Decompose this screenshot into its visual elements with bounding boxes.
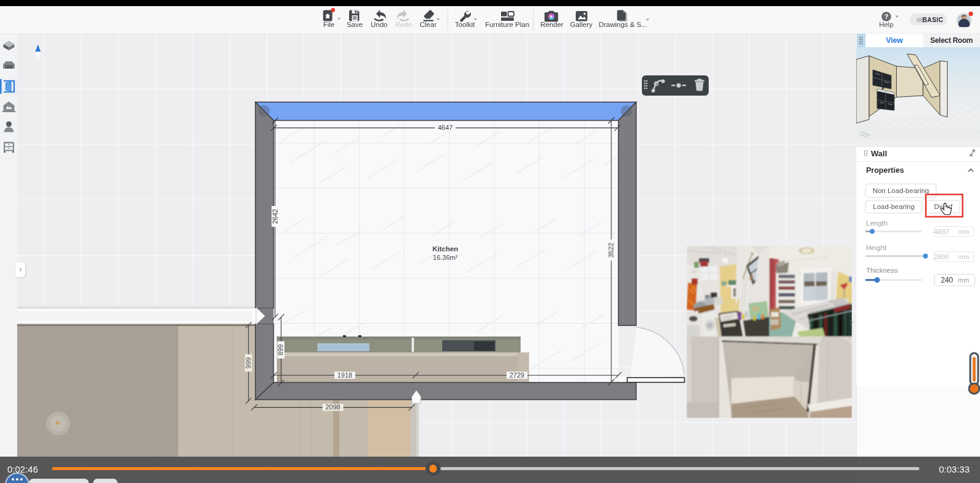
svg-text:899: 899 [277,344,285,356]
svg-text:Gallery: Gallery [570,21,593,28]
svg-text:3522: 3522 [608,243,615,257]
svg-text:4887: 4887 [933,228,949,235]
svg-text:mm: mm [958,228,969,235]
svg-text:Help: Help [879,21,894,28]
svg-text:mm: mm [958,276,969,284]
svg-text:Undo: Undo [371,21,388,28]
svg-text:Render: Render [540,21,564,28]
svg-text:1918: 1918 [337,371,352,379]
svg-text:2729: 2729 [510,371,524,379]
svg-text:999: 999 [245,357,252,368]
svg-text:Thickness: Thickness [866,267,898,274]
svg-text:16.36m²: 16.36m² [433,254,458,261]
svg-text:Save: Save [347,21,363,28]
svg-text:Load-bearing: Load-bearing [873,203,914,210]
svg-text:BASIC: BASIC [922,16,943,23]
svg-text:240: 240 [941,276,953,284]
svg-text:Properties: Properties [866,166,904,175]
svg-text:Furniture Plan: Furniture Plan [485,21,529,28]
svg-text:Kitchen: Kitchen [432,245,458,253]
svg-text:mm: mm [958,253,969,261]
svg-text:Height: Height [866,244,887,251]
svg-text:File: File [323,21,335,28]
svg-text:2098: 2098 [325,403,340,411]
svg-text:Clear: Clear [420,21,437,28]
svg-text:Length: Length [866,219,888,227]
svg-text:Non Load-bearing: Non Load-bearing [873,187,929,194]
svg-text:Redo: Redo [395,21,412,28]
svg-text:2800: 2800 [933,253,949,261]
svg-text:Toolkit: Toolkit [455,21,475,28]
svg-text:Drawings & S...: Drawings & S... [598,21,647,28]
svg-text:Wall: Wall [871,149,887,158]
svg-text:2642: 2642 [271,209,279,224]
svg-text:?: ? [884,13,889,20]
svg-text:4647: 4647 [438,124,453,131]
